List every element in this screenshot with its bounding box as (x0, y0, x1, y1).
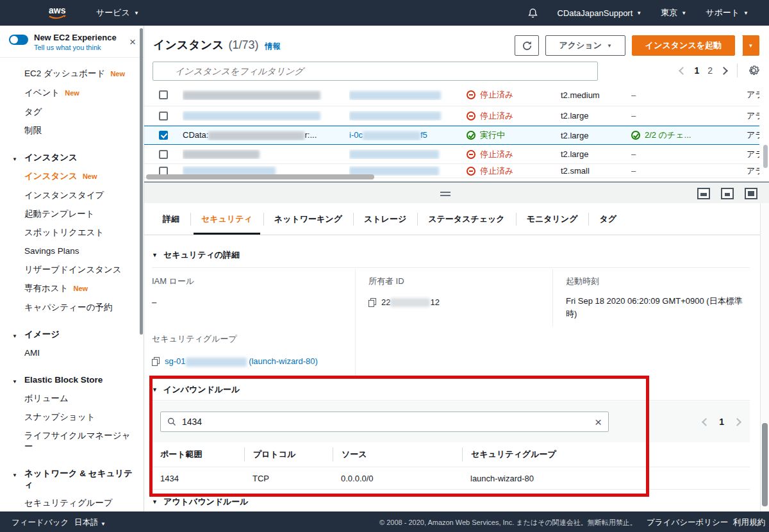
previous-page-icon[interactable] (679, 67, 688, 75)
language-label: 日本語 (74, 518, 99, 527)
next-page-icon[interactable] (733, 418, 741, 426)
security-group-link[interactable]: sg-01 (launch-wizard-80) (152, 355, 343, 368)
sidebar-scrollbar[interactable] (140, 28, 143, 335)
rule-cell: TCP (244, 474, 333, 483)
language-menu[interactable]: 日本語 ▼ (74, 517, 106, 528)
sidebar-item[interactable]: インスタンスタイプ (0, 186, 144, 204)
close-icon[interactable]: × (129, 37, 136, 47)
aws-logo-icon[interactable]: aws (47, 4, 72, 21)
tab-4[interactable]: ストレージ (353, 203, 417, 235)
sidebar-item[interactable]: 制限 (0, 121, 144, 140)
tab-3[interactable]: ネットワーキング (263, 203, 353, 235)
sidebar-item[interactable]: AMI (0, 344, 144, 362)
sidebar-item[interactable]: イベントNew (0, 83, 144, 103)
sidebar-item[interactable]: リザーブドインスタンス (0, 260, 144, 279)
terms-link[interactable]: 利用規約 (733, 517, 765, 528)
tab-5[interactable]: ステータスチェック (417, 203, 515, 235)
sidebar-section: ▼Elastic Block Store (0, 370, 144, 389)
sidebar-item-label: インスタンス (24, 171, 78, 181)
notifications-bell-icon[interactable] (527, 8, 538, 19)
instance-row[interactable]: 停止済みt2.medium–アラ (144, 84, 759, 106)
row-checkbox[interactable] (159, 131, 168, 140)
sidebar-item[interactable]: スポットリクエスト (0, 223, 144, 242)
chevron-down-icon: ▼ (607, 44, 612, 49)
next-page-icon[interactable] (720, 67, 728, 75)
instance-filter-input[interactable] (153, 62, 598, 81)
account-menu[interactable]: CDataJapanSupport ▼ (558, 8, 642, 18)
previous-page-icon[interactable] (702, 418, 710, 426)
chevron-down-icon: ▼ (636, 11, 641, 16)
instance-id-link[interactable] (349, 149, 467, 160)
support-menu[interactable]: サポート ▼ (706, 7, 748, 19)
tab-2[interactable]: セキュリティ (190, 203, 263, 235)
inbound-rules-header[interactable]: ▼ インバウンドルール (152, 384, 240, 395)
layout-split-medium-icon[interactable] (721, 188, 734, 199)
copy-icon[interactable] (152, 357, 160, 366)
outbound-rules-header[interactable]: ▼ アウトバウンドルール (152, 496, 249, 508)
redacted-text (183, 112, 320, 121)
page-number-current[interactable]: 1 (719, 417, 724, 427)
launch-instance-button[interactable]: インスタンスを起動 (632, 35, 735, 56)
page-number-current[interactable]: 1 (694, 65, 699, 76)
launch-instance-dropdown[interactable]: ▼ (741, 35, 759, 56)
tab-1[interactable]: 詳細 (152, 203, 190, 235)
status-check: – (631, 149, 747, 159)
privacy-policy-link[interactable]: プライバシーポリシー (647, 517, 728, 528)
sidebar-item[interactable]: ボリューム (0, 389, 144, 408)
state-label: 停止済み (480, 149, 513, 160)
instance-id-link[interactable] (349, 90, 467, 100)
tab-6[interactable]: モニタリング (516, 203, 589, 235)
sidebar-item-label: インスタンスタイプ (24, 190, 104, 200)
iam-role-label: IAM ロール (152, 276, 343, 287)
panel-scrollbar[interactable] (760, 203, 769, 511)
sidebar-item[interactable]: タグ (0, 103, 144, 121)
services-menu[interactable]: サービス ▼ (96, 7, 139, 19)
row-checkbox[interactable] (159, 90, 168, 99)
page-number-2[interactable]: 2 (707, 65, 713, 76)
row-checkbox[interactable] (159, 150, 168, 159)
instance-id-link[interactable]: i-0cf5 (349, 130, 467, 140)
refresh-button[interactable] (515, 35, 539, 56)
info-link[interactable]: 情報 (265, 41, 281, 52)
instance-row[interactable]: 停止済みt2.large–アラ (144, 145, 759, 164)
sidebar-item[interactable]: EC2 ダッシュボードNew (0, 64, 144, 83)
tab-7[interactable]: タグ (588, 203, 627, 235)
sidebar-item[interactable]: 起動テンプレート (0, 204, 144, 223)
owner-id-value: 22 12 (368, 297, 541, 307)
table-settings-gear-icon[interactable] (748, 65, 759, 76)
sidebar-item[interactable]: インスタンスNew (0, 167, 144, 186)
collapse-triangle-icon: ▼ (152, 252, 158, 258)
sidebar-item[interactable]: Savings Plans (0, 242, 144, 260)
sidebar-item-label: Elastic Block Store (24, 375, 103, 385)
sidebar-item[interactable]: スナップショット (0, 408, 144, 426)
sg-id-prefix: sg-01 (165, 356, 186, 366)
inbound-table-body: 1434TCP0.0.0.0/0launch-wizard-80 (152, 467, 750, 490)
row-checkbox[interactable] (159, 112, 168, 121)
clear-search-icon[interactable]: × (595, 416, 602, 428)
instance-row[interactable]: 停止済みt2.large–アラ (144, 106, 759, 126)
experience-subtitle-link[interactable]: Tell us what you think (34, 44, 117, 51)
feedback-link[interactable]: フィードバック (12, 517, 69, 528)
layout-split-small-icon[interactable] (697, 188, 710, 199)
sidebar-item[interactable]: キャパシティーの予約 (0, 298, 144, 317)
region-menu[interactable]: 東京 ▼ (661, 7, 686, 19)
horizontal-scrollbar[interactable] (146, 174, 374, 179)
copy-icon[interactable] (368, 298, 376, 307)
sidebar-item[interactable]: ライフサイクルマネージャー (0, 426, 144, 456)
actions-button[interactable]: アクション ▼ (545, 35, 625, 56)
inbound-search-box[interactable]: 1434 × (160, 411, 609, 432)
panel-drag-handle[interactable] (440, 192, 451, 193)
inbound-rule-row[interactable]: 1434TCP0.0.0.0/0launch-wizard-80 (152, 467, 750, 490)
scrollbar-thumb[interactable] (762, 423, 768, 506)
security-details-header[interactable]: ▼ セキュリティの詳細 (152, 249, 240, 261)
instance-row[interactable]: CData:r:...i-0cf5実行中t2.large2/2 のチェ...アラ (144, 126, 759, 145)
instance-id-link[interactable] (349, 111, 467, 121)
inbound-search-value: 1434 (182, 417, 202, 427)
layout-full-icon[interactable] (745, 188, 757, 199)
status-check-label: – (631, 111, 636, 121)
sidebar-item[interactable]: 専有ホストNew (0, 279, 144, 298)
table-vertical-scrollbar[interactable] (763, 145, 768, 168)
sidebar-item[interactable]: セキュリティグループNew (0, 494, 144, 511)
collapse-triangle-icon: ▼ (12, 470, 17, 481)
experience-toggle[interactable] (9, 35, 28, 45)
